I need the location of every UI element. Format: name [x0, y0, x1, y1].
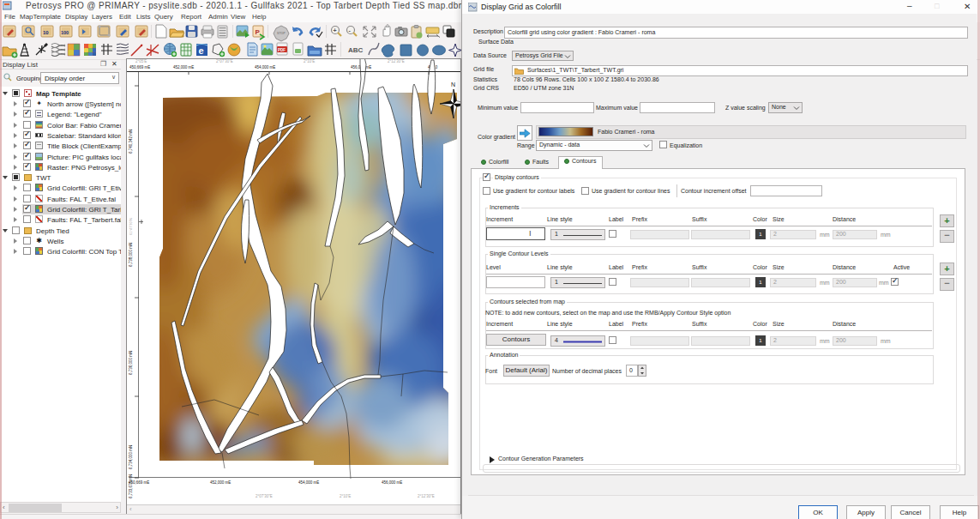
- svg-text:e: e: [199, 45, 204, 56]
- svg-text:PDF: PDF: [278, 48, 286, 52]
- svg-text:100: 100: [61, 30, 69, 35]
- svg-text:N: N: [451, 81, 455, 88]
- svg-text:P: P: [256, 28, 261, 36]
- svg-text:+: +: [334, 27, 337, 33]
- svg-text:10: 10: [43, 30, 49, 35]
- svg-text:STOP: STOP: [277, 32, 286, 35]
- svg-text:ABC: ABC: [348, 46, 364, 54]
